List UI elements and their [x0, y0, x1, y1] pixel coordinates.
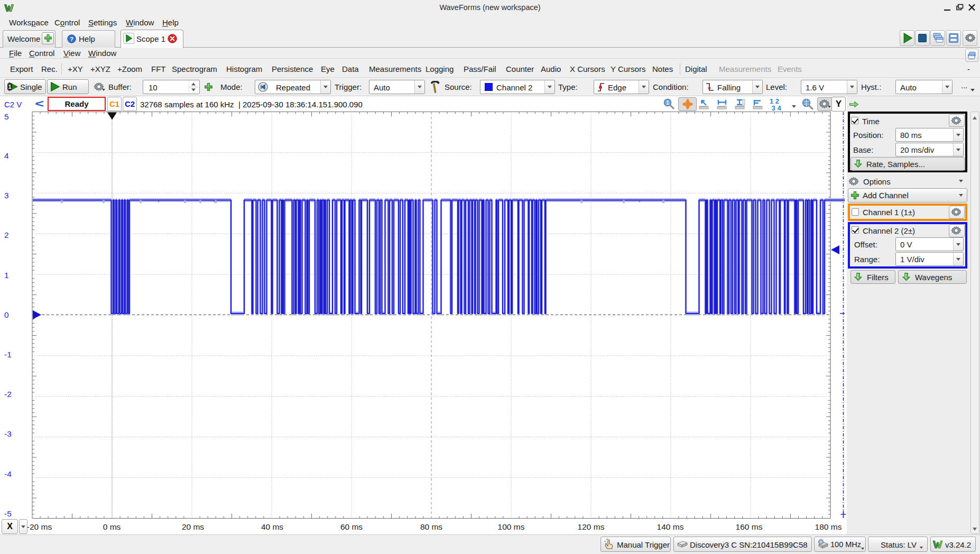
svg-text:0 ms: 0 ms	[103, 522, 121, 531]
svg-text:?: ?	[70, 35, 73, 42]
svg-text:20 ms: 20 ms	[182, 522, 204, 531]
svg-text:5: 5	[4, 112, 9, 121]
svg-text:120 ms: 120 ms	[578, 522, 605, 531]
svg-text:100 ms: 100 ms	[498, 522, 525, 531]
svg-text:180 ms: 180 ms	[815, 522, 842, 531]
svg-text:-2: -2	[4, 390, 12, 399]
svg-text:-5: -5	[4, 509, 12, 518]
svg-text:60 ms: 60 ms	[340, 522, 363, 531]
svg-text:-20 ms: -20 ms	[27, 522, 52, 531]
svg-text:160 ms: 160 ms	[736, 522, 763, 531]
svg-text:0: 0	[4, 310, 9, 319]
svg-text:140 ms: 140 ms	[657, 522, 684, 531]
svg-text:80 ms: 80 ms	[420, 522, 442, 531]
svg-text:4: 4	[4, 151, 9, 160]
svg-text:2: 2	[4, 230, 9, 239]
svg-text:40 ms: 40 ms	[261, 522, 283, 531]
svg-text:1: 1	[4, 271, 9, 280]
svg-text:3: 3	[4, 191, 9, 200]
svg-text:-4: -4	[4, 469, 12, 478]
svg-text:1: 1	[666, 100, 669, 106]
svg-text:-1: -1	[4, 350, 12, 359]
svg-text:1: 1	[8, 84, 11, 90]
svg-text:-3: -3	[4, 429, 12, 438]
